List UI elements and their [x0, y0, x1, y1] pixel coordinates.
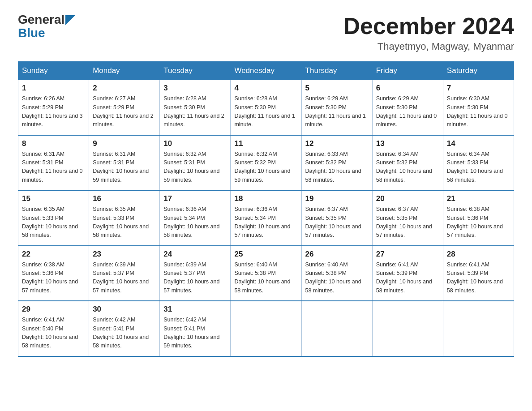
day-info: Sunrise: 6:30 AMSunset: 5:30 PMDaylight:… — [447, 95, 508, 128]
calendar-week-row: 22 Sunrise: 6:38 AMSunset: 5:36 PMDaylig… — [18, 246, 514, 301]
calendar-cell: 10 Sunrise: 6:32 AMSunset: 5:31 PMDaylig… — [160, 135, 231, 191]
calendar-cell: 16 Sunrise: 6:35 AMSunset: 5:33 PMDaylig… — [89, 190, 160, 246]
calendar-cell: 1 Sunrise: 6:26 AMSunset: 5:29 PMDayligh… — [18, 80, 89, 135]
day-number: 6 — [376, 84, 439, 93]
day-number: 17 — [163, 194, 227, 203]
day-info: Sunrise: 6:32 AMSunset: 5:31 PMDaylight:… — [163, 151, 219, 183]
day-number: 28 — [447, 250, 510, 259]
day-number: 19 — [305, 194, 369, 203]
calendar-cell: 18 Sunrise: 6:36 AMSunset: 5:34 PMDaylig… — [231, 190, 301, 246]
calendar-cell — [231, 301, 301, 356]
day-number: 18 — [234, 194, 297, 203]
day-info: Sunrise: 6:35 AMSunset: 5:33 PMDaylight:… — [93, 206, 149, 238]
day-info: Sunrise: 6:41 AMSunset: 5:39 PMDaylight:… — [447, 261, 503, 294]
header-tuesday: Tuesday — [160, 62, 231, 80]
day-number: 29 — [22, 305, 85, 314]
day-number: 9 — [93, 139, 156, 148]
calendar-cell: 31 Sunrise: 6:42 AMSunset: 5:41 PMDaylig… — [160, 301, 231, 356]
day-info: Sunrise: 6:36 AMSunset: 5:34 PMDaylight:… — [163, 206, 219, 238]
day-number: 3 — [163, 84, 227, 93]
day-info: Sunrise: 6:33 AMSunset: 5:32 PMDaylight:… — [305, 151, 361, 183]
header-monday: Monday — [89, 62, 160, 80]
calendar-cell: 19 Sunrise: 6:37 AMSunset: 5:35 PMDaylig… — [301, 190, 372, 246]
calendar-cell: 13 Sunrise: 6:34 AMSunset: 5:32 PMDaylig… — [372, 135, 443, 191]
calendar-cell: 17 Sunrise: 6:36 AMSunset: 5:34 PMDaylig… — [160, 190, 231, 246]
day-info: Sunrise: 6:38 AMSunset: 5:36 PMDaylight:… — [22, 261, 78, 294]
day-info: Sunrise: 6:41 AMSunset: 5:39 PMDaylight:… — [376, 261, 432, 294]
calendar-table: SundayMondayTuesdayWednesdayThursdayFrid… — [18, 61, 514, 357]
calendar-header-row: SundayMondayTuesdayWednesdayThursdayFrid… — [18, 62, 514, 80]
calendar-cell: 27 Sunrise: 6:41 AMSunset: 5:39 PMDaylig… — [372, 246, 443, 301]
day-number: 16 — [93, 194, 156, 203]
calendar-cell: 2 Sunrise: 6:27 AMSunset: 5:29 PMDayligh… — [89, 80, 160, 135]
day-number: 31 — [163, 305, 227, 314]
day-info: Sunrise: 6:37 AMSunset: 5:35 PMDaylight:… — [305, 206, 361, 238]
header-sunday: Sunday — [18, 62, 89, 80]
day-info: Sunrise: 6:40 AMSunset: 5:38 PMDaylight:… — [305, 261, 361, 294]
calendar-cell: 20 Sunrise: 6:37 AMSunset: 5:35 PMDaylig… — [372, 190, 443, 246]
calendar-cell: 9 Sunrise: 6:31 AMSunset: 5:31 PMDayligh… — [89, 135, 160, 191]
calendar-cell: 15 Sunrise: 6:35 AMSunset: 5:33 PMDaylig… — [18, 190, 89, 246]
day-info: Sunrise: 6:27 AMSunset: 5:29 PMDaylight:… — [93, 95, 154, 128]
day-number: 7 — [447, 84, 510, 93]
calendar-cell: 6 Sunrise: 6:29 AMSunset: 5:30 PMDayligh… — [372, 80, 443, 135]
calendar-week-row: 1 Sunrise: 6:26 AMSunset: 5:29 PMDayligh… — [18, 80, 514, 135]
day-info: Sunrise: 6:37 AMSunset: 5:35 PMDaylight:… — [376, 206, 432, 238]
month-title: December 2024 — [343, 13, 514, 39]
day-info: Sunrise: 6:39 AMSunset: 5:37 PMDaylight:… — [163, 261, 219, 294]
day-number: 1 — [22, 84, 85, 93]
day-number: 26 — [305, 250, 369, 259]
day-info: Sunrise: 6:39 AMSunset: 5:37 PMDaylight:… — [93, 261, 149, 294]
calendar-week-row: 15 Sunrise: 6:35 AMSunset: 5:33 PMDaylig… — [18, 190, 514, 246]
calendar-week-row: 8 Sunrise: 6:31 AMSunset: 5:31 PMDayligh… — [18, 135, 514, 191]
calendar-cell: 14 Sunrise: 6:34 AMSunset: 5:33 PMDaylig… — [443, 135, 514, 191]
day-info: Sunrise: 6:34 AMSunset: 5:33 PMDaylight:… — [447, 151, 503, 183]
day-info: Sunrise: 6:41 AMSunset: 5:40 PMDaylight:… — [22, 317, 78, 349]
day-info: Sunrise: 6:42 AMSunset: 5:41 PMDaylight:… — [93, 317, 149, 349]
calendar-cell: 8 Sunrise: 6:31 AMSunset: 5:31 PMDayligh… — [18, 135, 89, 191]
calendar-cell: 11 Sunrise: 6:32 AMSunset: 5:32 PMDaylig… — [231, 135, 301, 191]
day-number: 21 — [447, 194, 510, 203]
logo-arrow-icon — [65, 15, 75, 25]
day-info: Sunrise: 6:32 AMSunset: 5:32 PMDaylight:… — [234, 151, 290, 183]
day-info: Sunrise: 6:29 AMSunset: 5:30 PMDaylight:… — [376, 95, 437, 128]
day-number: 22 — [22, 250, 85, 259]
calendar-cell: 24 Sunrise: 6:39 AMSunset: 5:37 PMDaylig… — [160, 246, 231, 301]
day-info: Sunrise: 6:31 AMSunset: 5:31 PMDaylight:… — [22, 151, 83, 183]
day-info: Sunrise: 6:40 AMSunset: 5:38 PMDaylight:… — [234, 261, 290, 294]
logo-general: General — [18, 13, 64, 26]
day-number: 27 — [376, 250, 439, 259]
svg-marker-0 — [65, 15, 75, 25]
day-info: Sunrise: 6:31 AMSunset: 5:31 PMDaylight:… — [93, 151, 149, 183]
day-number: 20 — [376, 194, 439, 203]
calendar-cell: 4 Sunrise: 6:28 AMSunset: 5:30 PMDayligh… — [231, 80, 301, 135]
day-info: Sunrise: 6:34 AMSunset: 5:32 PMDaylight:… — [376, 151, 432, 183]
header-friday: Friday — [372, 62, 443, 80]
calendar-cell: 26 Sunrise: 6:40 AMSunset: 5:38 PMDaylig… — [301, 246, 372, 301]
calendar-cell: 3 Sunrise: 6:28 AMSunset: 5:30 PMDayligh… — [160, 80, 231, 135]
day-number: 4 — [234, 84, 297, 93]
day-number: 8 — [22, 139, 85, 148]
day-info: Sunrise: 6:28 AMSunset: 5:30 PMDaylight:… — [234, 95, 295, 128]
header-saturday: Saturday — [443, 62, 514, 80]
day-info: Sunrise: 6:26 AMSunset: 5:29 PMDaylight:… — [22, 95, 83, 128]
day-info: Sunrise: 6:35 AMSunset: 5:33 PMDaylight:… — [22, 206, 78, 238]
calendar-cell: 21 Sunrise: 6:38 AMSunset: 5:36 PMDaylig… — [443, 190, 514, 246]
calendar-cell: 22 Sunrise: 6:38 AMSunset: 5:36 PMDaylig… — [18, 246, 89, 301]
day-number: 5 — [305, 84, 369, 93]
day-number: 30 — [93, 305, 156, 314]
day-number: 10 — [163, 139, 227, 148]
page-header: General Blue December 2024 Thayetmyo, Ma… — [18, 13, 514, 52]
day-info: Sunrise: 6:29 AMSunset: 5:30 PMDaylight:… — [305, 95, 366, 128]
calendar-week-row: 29 Sunrise: 6:41 AMSunset: 5:40 PMDaylig… — [18, 301, 514, 356]
day-number: 14 — [447, 139, 510, 148]
day-number: 15 — [22, 194, 85, 203]
calendar-cell — [443, 301, 514, 356]
logo-blue: Blue — [18, 27, 45, 39]
calendar-cell: 25 Sunrise: 6:40 AMSunset: 5:38 PMDaylig… — [231, 246, 301, 301]
header-wednesday: Wednesday — [231, 62, 301, 80]
calendar-cell: 29 Sunrise: 6:41 AMSunset: 5:40 PMDaylig… — [18, 301, 89, 356]
calendar-cell: 7 Sunrise: 6:30 AMSunset: 5:30 PMDayligh… — [443, 80, 514, 135]
header-thursday: Thursday — [301, 62, 372, 80]
day-number: 25 — [234, 250, 297, 259]
